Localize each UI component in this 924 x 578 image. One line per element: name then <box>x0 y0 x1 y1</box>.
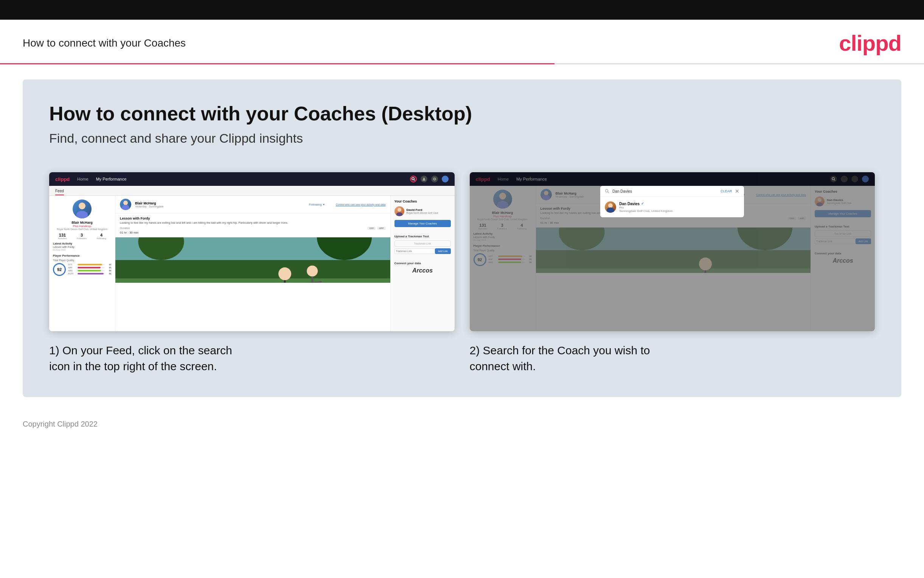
nav-logo-1: clippd <box>55 176 70 182</box>
copyright: Copyright Clippd 2022 <box>23 420 97 428</box>
nav-home[interactable]: Home <box>77 177 88 181</box>
stats-row-1: 131 Activities 3 Followers 4 Following <box>53 233 111 240</box>
settings-icon[interactable] <box>431 175 438 182</box>
step-number-2: 2) <box>470 344 480 357</box>
close-search-button[interactable]: ✕ <box>735 188 740 194</box>
coach-avatar-1 <box>395 206 404 216</box>
result-avatar <box>605 201 616 213</box>
step-caption-1: 1) On your Feed, click on the searchicon… <box>49 343 455 374</box>
search-bar: Dan Davies CLEAR ✕ <box>600 186 744 197</box>
svg-point-2 <box>423 178 425 179</box>
trackman-section-1: Upload a Trackman Test Trackman Link Add… <box>395 235 451 254</box>
add-link-button[interactable]: Add Link <box>435 248 450 254</box>
avatar-icon-nav[interactable] <box>442 175 448 182</box>
person-icon <box>422 177 426 181</box>
search-result-item[interactable]: Dan Davies ✓ Pro Sunningdale Golf Club, … <box>605 200 740 214</box>
coach-info-1: David Ford Royal North Devon Golf Club <box>406 208 439 214</box>
search-icon-highlight[interactable] <box>410 175 417 182</box>
result-name: Dan Davies ✓ <box>619 202 673 206</box>
svg-point-11 <box>278 267 291 280</box>
feed-tab-bar-1: Feed <box>49 186 455 196</box>
trackman-link-input[interactable] <box>395 248 435 254</box>
page-title: How to connect with your Coaches <box>23 37 186 49</box>
svg-rect-7 <box>115 278 390 283</box>
svg-point-32 <box>605 190 608 192</box>
search-icon <box>411 177 415 181</box>
nav-icons-1 <box>410 175 448 182</box>
profile-badge-1: Plus Handicap <box>53 224 111 228</box>
right-panel-1: Your Coaches David Ford Royal North Devo… <box>390 196 455 331</box>
screenshots-row: clippd Home My Performance <box>49 172 875 374</box>
feed-tab[interactable]: Feed <box>55 189 64 195</box>
step-text-1: On your Feed, click on the searchicon in… <box>49 344 232 372</box>
search-icon-overlay <box>605 189 609 193</box>
feed-image-1 <box>115 237 390 283</box>
gear-icon <box>433 177 437 181</box>
screenshot-col-1: clippd Home My Performance <box>49 172 455 374</box>
result-role: Pro <box>619 206 673 209</box>
lesson-card-1: Lesson with Fordy Looking to feel like m… <box>115 213 390 237</box>
following-button-1[interactable]: Following ▾ <box>309 203 325 206</box>
golf-image-svg-1 <box>115 237 390 283</box>
svg-point-16 <box>307 265 318 276</box>
left-panel-1: Blair McHarg Plus Handicap Royal North D… <box>49 196 115 331</box>
bar-app: APP 85 <box>68 266 111 269</box>
search-query-display[interactable]: Dan Davies <box>612 189 717 193</box>
avatar-head-1 <box>79 203 86 209</box>
svg-line-33 <box>608 192 609 193</box>
main-title: How to connect with your Coaches (Deskto… <box>49 102 875 125</box>
stats-bars-1: OTT 90 APP 85 <box>68 263 111 276</box>
control-link-1[interactable]: Control who can see your activity and da… <box>336 203 386 206</box>
clippd-logo: clippd <box>839 30 901 56</box>
bar-ott: OTT 90 <box>68 263 111 266</box>
top-bar <box>0 0 924 19</box>
clear-button[interactable]: CLEAR <box>720 189 732 193</box>
app-body-1: Blair McHarg Plus Handicap Royal North D… <box>49 196 455 331</box>
app-nav-1: clippd Home My Performance <box>49 172 455 186</box>
main-content: How to connect with your Coaches (Deskto… <box>23 80 901 397</box>
trackman-input-placeholder: Trackman Link <box>395 240 451 247</box>
result-club: Sunningdale Golf Club, United Kingdom <box>619 209 673 213</box>
verified-badge: ✓ <box>641 202 644 206</box>
header-divider <box>0 63 924 64</box>
svg-line-1 <box>414 180 415 181</box>
user-icon[interactable] <box>421 175 427 182</box>
coach-card-1: David Ford Royal North Devon Golf Club <box>395 206 451 216</box>
screenshot-col-2: clippd Home My Performance <box>470 172 875 374</box>
screenshot-frame-2: clippd Home My Performance <box>470 172 875 331</box>
trackman-input-row: Add Link <box>395 248 451 254</box>
feed-header-1: Blair McHarg Yesterday · Sunningdale Fol… <box>115 196 390 213</box>
search-overlay: Dan Davies CLEAR ✕ Dan Davies <box>470 172 875 331</box>
player-perf-1: Player Performance Total Player Quality … <box>53 254 111 276</box>
connect-section-1: Connect your data Arccos <box>395 261 451 274</box>
feed-avatar-sm-1 <box>120 199 131 210</box>
manage-coaches-button[interactable]: Manage Your Coaches <box>395 220 451 227</box>
svg-point-3 <box>434 178 435 180</box>
feed-user-info-1: Blair McHarg Yesterday · Sunningdale <box>135 201 164 208</box>
main-subtitle: Find, connect and share your Clippd insi… <box>49 131 875 146</box>
stat-activities: 131 Activities <box>58 233 67 240</box>
step-number-1: 1) <box>49 344 59 357</box>
tag-row-1: OFF APP <box>367 227 385 230</box>
screenshot-frame-1: clippd Home My Performance <box>49 172 455 331</box>
nav-my-performance[interactable]: My Performance <box>96 177 127 181</box>
step-caption-2: 2) Search for the Coach you wish toconne… <box>470 343 875 374</box>
bar-arg: ARG 86 <box>68 270 111 272</box>
stat-followers: 3 Followers <box>77 233 87 240</box>
arccos-logo-1: Arccos <box>395 267 451 274</box>
profile-location-1: Royal North Devon Golf Club, United King… <box>53 228 111 231</box>
result-info: Dan Davies ✓ Pro Sunningdale Golf Club, … <box>619 202 673 213</box>
search-results: Dan Davies ✓ Pro Sunningdale Golf Club, … <box>600 197 744 217</box>
quality-score-1: 92 <box>53 263 66 276</box>
bar-putt: PUTT 96 <box>68 273 111 275</box>
profile-avatar-1 <box>73 200 92 218</box>
duration-row-1: Duration OFF APP <box>120 227 386 230</box>
middle-panel-1: Blair McHarg Yesterday · Sunningdale Fol… <box>115 196 390 331</box>
profile-name-1: Blair McHarg <box>53 221 111 224</box>
stat-following: 4 Following <box>96 233 106 240</box>
footer: Copyright Clippd 2022 <box>0 412 924 436</box>
svg-point-0 <box>412 177 414 180</box>
header: How to connect with your Coaches clippd <box>0 19 924 63</box>
latest-activity-1: Latest Activity Lesson with Fordy 03 Aug… <box>53 242 111 251</box>
step-text-2: Search for the Coach you wish toconnect … <box>470 344 650 372</box>
